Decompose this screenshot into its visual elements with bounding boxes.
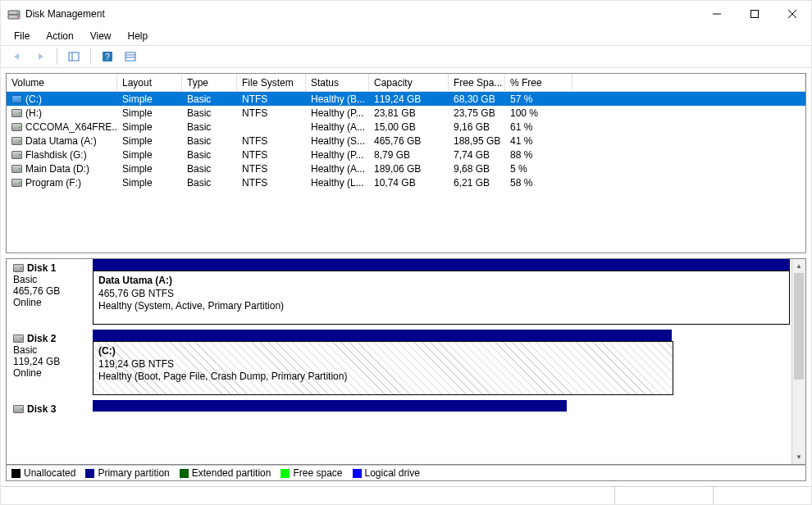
maximize-button[interactable] — [736, 1, 773, 27]
volume-row[interactable]: (C:)SimpleBasicNTFSHealthy (B...119,24 G… — [7, 92, 805, 106]
column-header-percentfree[interactable]: % Free — [505, 74, 573, 91]
menu-action[interactable]: Action — [39, 29, 80, 43]
volume-cell: NTFS — [237, 149, 306, 161]
column-header-blank[interactable] — [573, 74, 805, 91]
disk-partitions-column: Data Utama (A:)465,76 GB NTFSHealthy (Sy… — [93, 259, 791, 325]
volume-cell: Simple — [117, 149, 182, 161]
column-header-layout[interactable]: Layout — [117, 74, 182, 91]
volume-cell: 6,21 GB — [449, 177, 505, 189]
volume-cell: 189,06 GB — [369, 163, 449, 175]
partition-block[interactable]: (C:)119,24 GB NTFSHealthy (Boot, Page Fi… — [93, 341, 673, 395]
volume-row[interactable]: Data Utama (A:)SimpleBasicNTFSHealthy (S… — [7, 134, 805, 148]
volume-cell: 23,81 GB — [369, 107, 449, 119]
toolbar-separator — [57, 48, 57, 65]
disk-graphical-view: Disk 1Basic465,76 GBOnlineData Utama (A:… — [6, 258, 806, 465]
svg-point-3 — [17, 16, 19, 18]
disk-info-column[interactable]: Disk 2Basic119,24 GBOnline — [7, 330, 93, 395]
volume-cell: 100 % — [505, 107, 573, 119]
column-header-status[interactable]: Status — [306, 74, 369, 91]
scrollbar-down-button[interactable]: ▼ — [792, 450, 805, 464]
svg-text:?: ? — [105, 52, 110, 61]
menu-file[interactable]: File — [7, 29, 36, 43]
drive-icon — [11, 109, 22, 117]
legend-item: Extended partition — [180, 467, 271, 479]
help-button[interactable]: ? — [98, 48, 117, 66]
volume-row[interactable]: Program (F:)SimpleBasicNTFSHealthy (L...… — [7, 175, 805, 189]
settings-button[interactable] — [121, 48, 140, 66]
legend-swatch — [11, 469, 21, 478]
column-header-capacity[interactable]: Capacity — [369, 74, 449, 91]
volume-cell: 7,74 GB — [449, 149, 505, 161]
volume-cell: 8,79 GB — [369, 149, 449, 161]
forward-button[interactable] — [30, 48, 50, 66]
volume-cell: 23,75 GB — [449, 107, 505, 119]
volume-cell: NTFS — [237, 177, 306, 189]
disk-partitions-column: (C:)119,24 GB NTFSHealthy (Boot, Page Fi… — [93, 330, 791, 395]
legend-label: Free space — [293, 467, 342, 479]
volume-row[interactable]: Flashdisk (G:)SimpleBasicNTFSHealthy (P.… — [7, 148, 805, 162]
menu-help[interactable]: Help — [121, 29, 155, 43]
disk-info-line: Online — [13, 367, 86, 379]
volume-cell: (H:) — [7, 107, 117, 119]
column-header-volume[interactable]: Volume — [7, 74, 117, 91]
disk-info-line: Basic — [13, 274, 86, 285]
disk-row: Disk 2Basic119,24 GBOnline (C:)119,24 GB… — [7, 330, 791, 400]
volume-cell: Simple — [117, 177, 182, 189]
partition-title: Data Utama (A:) — [98, 275, 784, 288]
scrollbar-thumb[interactable] — [794, 273, 804, 380]
volume-cell: 15,00 GB — [369, 121, 449, 133]
disk-name: Disk 2 — [13, 333, 86, 344]
svg-rect-8 — [69, 52, 79, 61]
drive-icon — [11, 165, 22, 173]
disk-management-window: Disk Management File Action View Help — [0, 0, 812, 505]
volume-cell: 188,95 GB — [449, 135, 505, 147]
minimize-button[interactable] — [698, 1, 736, 27]
column-header-freespace[interactable]: Free Spa... — [449, 74, 505, 91]
disk-info-line: 465,76 GB — [13, 285, 86, 297]
volume-cell: 5 % — [505, 163, 573, 175]
volume-cell: 58 % — [505, 177, 573, 189]
partition-title: (C:) — [98, 345, 668, 358]
disk-row: Disk 3 — [7, 400, 791, 423]
volume-cell: 61 % — [505, 121, 573, 133]
volume-row[interactable]: CCCOMA_X64FRE...SimpleBasicHealthy (A...… — [7, 120, 805, 134]
svg-rect-12 — [125, 52, 135, 61]
disk-info-column[interactable]: Disk 3 — [7, 400, 93, 418]
volume-cell: Basic — [182, 177, 237, 189]
volume-cell: Simple — [117, 121, 182, 133]
close-button[interactable] — [773, 1, 811, 27]
volume-row[interactable]: Main Data (D:)SimpleBasicNTFSHealthy (A.… — [7, 162, 805, 175]
partition-block[interactable]: Data Utama (A:)465,76 GB NTFSHealthy (Sy… — [93, 271, 790, 325]
volume-cell: Basic — [182, 163, 237, 175]
drive-icon — [11, 137, 22, 145]
legend-swatch — [353, 469, 362, 478]
volume-cell: NTFS — [237, 93, 306, 105]
back-button[interactable] — [7, 48, 27, 66]
volume-cell: Simple — [117, 93, 182, 105]
legend-swatch — [180, 469, 189, 478]
volume-cell: Basic — [182, 135, 237, 147]
legend-label: Primary partition — [98, 467, 169, 479]
drive-icon — [11, 95, 22, 103]
volume-cell: Flashdisk (G:) — [7, 149, 117, 161]
volume-cell: Healthy (A... — [306, 121, 369, 133]
drive-icon — [11, 179, 22, 187]
menu-view[interactable]: View — [84, 29, 118, 43]
volume-cell: Basic — [182, 149, 237, 161]
scrollbar-track[interactable] — [792, 273, 805, 450]
volume-cell: (C:) — [7, 93, 117, 105]
disk-name: Disk 1 — [13, 262, 86, 274]
volume-cell: 9,68 GB — [449, 163, 505, 175]
column-header-filesystem[interactable]: File System — [237, 74, 306, 91]
volume-cell: Simple — [117, 135, 182, 147]
scrollbar-up-button[interactable]: ▲ — [792, 259, 805, 273]
volume-row[interactable]: (H:)SimpleBasicNTFSHealthy (P...23,81 GB… — [7, 106, 805, 120]
volume-cell: 41 % — [505, 135, 573, 147]
column-header-type[interactable]: Type — [182, 74, 237, 91]
show-hide-console-tree-button[interactable] — [64, 48, 84, 66]
legend-item: Logical drive — [353, 467, 420, 479]
volume-list: Volume Layout Type File System Status Ca… — [6, 73, 806, 253]
volume-cell: Healthy (B... — [306, 93, 369, 105]
vertical-scrollbar[interactable]: ▲ ▼ — [791, 259, 805, 464]
disk-info-column[interactable]: Disk 1Basic465,76 GBOnline — [7, 259, 93, 325]
